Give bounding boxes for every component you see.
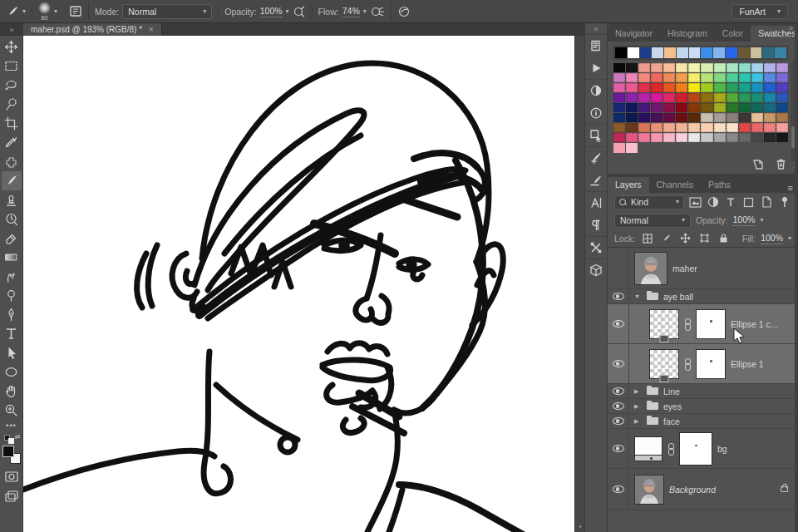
color-swatch[interactable] (663, 103, 675, 112)
layer-row-background[interactable]: Background (608, 469, 798, 510)
chevron-expanded-icon[interactable]: ▼ (634, 293, 642, 299)
brush-tool[interactable] (2, 171, 22, 190)
layer-opacity-value[interactable]: 100% (733, 214, 756, 226)
color-swatch[interactable] (751, 103, 763, 112)
toggle-brush-panel-button[interactable] (63, 0, 88, 22)
color-swatch[interactable] (764, 103, 776, 112)
color-swatch[interactable] (776, 103, 788, 112)
chevron-collapsed-icon[interactable]: ▶ (634, 418, 642, 425)
visibility-toggle[interactable] (608, 248, 629, 288)
ellipse-shape-tool[interactable] (2, 362, 22, 382)
filter-adjustment-layers-icon[interactable] (706, 195, 720, 209)
color-swatch[interactable] (638, 103, 650, 112)
color-swatch[interactable] (701, 47, 712, 58)
filter-toggle-icon[interactable] (777, 195, 791, 209)
color-swatch[interactable] (613, 73, 625, 82)
rect-marquee-tool[interactable] (2, 57, 22, 76)
visibility-toggle[interactable] (608, 289, 629, 303)
color-swatch[interactable] (638, 133, 650, 142)
filter-smart-objects-icon[interactable] (760, 195, 774, 209)
panel-scroll-edge[interactable] (795, 23, 798, 532)
screen-mode-button[interactable] (2, 486, 22, 505)
blend-mode-select[interactable]: Normal▾ (122, 4, 212, 19)
layer-blend-mode-select[interactable]: Normal▾ (614, 214, 691, 228)
color-swatch[interactable] (739, 113, 751, 122)
color-swatch[interactable] (638, 123, 650, 132)
foreground-background-colors[interactable] (2, 446, 21, 464)
color-swatch[interactable] (739, 63, 751, 72)
filter-shape-layers-icon[interactable] (741, 195, 756, 209)
chevron-collapsed-icon[interactable]: ▶ (634, 403, 642, 410)
fill-value[interactable]: 100% (761, 233, 783, 244)
color-swatch[interactable] (764, 133, 776, 142)
color-swatch[interactable] (613, 103, 625, 112)
layer-row-ellipse-1-c-[interactable]: Ellipse 1 c... (608, 304, 798, 344)
color-swatch[interactable] (676, 103, 687, 112)
brush-preset-picker[interactable]: 80 ▾ (32, 0, 63, 22)
color-swatch[interactable] (739, 83, 751, 92)
panel-icon-brushes[interactable] (588, 173, 604, 188)
color-swatch[interactable] (727, 73, 738, 82)
color-swatch[interactable] (663, 113, 675, 122)
color-swatch[interactable] (638, 73, 650, 82)
color-swatch[interactable] (688, 103, 700, 112)
history-brush-tool[interactable] (2, 209, 22, 229)
color-swatch[interactable] (613, 93, 625, 102)
color-swatch[interactable] (663, 123, 675, 132)
color-swatch[interactable] (727, 133, 738, 142)
tab-histogram[interactable]: Histogram (660, 26, 715, 42)
tab-paths[interactable]: Paths (701, 177, 738, 193)
panel-icon-character[interactable] (588, 195, 604, 210)
color-swatch[interactable] (775, 47, 786, 58)
color-swatch[interactable] (663, 63, 675, 72)
color-swatch[interactable] (688, 133, 700, 142)
color-swatch[interactable] (676, 63, 687, 72)
color-swatch[interactable] (626, 133, 638, 142)
color-swatch[interactable] (689, 47, 701, 58)
color-swatch[interactable] (626, 63, 638, 72)
foreground-color-swatch[interactable] (2, 446, 14, 457)
eraser-tool[interactable] (2, 229, 22, 248)
collapse-panels-icon[interactable]: » (789, 24, 793, 32)
color-swatch[interactable] (701, 113, 712, 122)
color-swatch[interactable] (739, 133, 751, 142)
smudge-tool[interactable] (2, 267, 22, 286)
quick-mask-button[interactable] (2, 467, 22, 486)
filter-type-layers-icon[interactable] (724, 195, 738, 209)
color-swatch[interactable] (751, 93, 763, 102)
gradient-tool[interactable] (2, 248, 22, 267)
clone-stamp-tool[interactable] (2, 190, 22, 209)
close-icon[interactable]: × (149, 25, 154, 34)
color-swatch[interactable] (613, 113, 625, 122)
color-swatch[interactable] (776, 93, 788, 102)
color-swatch[interactable] (751, 113, 763, 122)
color-swatch[interactable] (739, 123, 751, 132)
layer-row-face[interactable]: ▶face (608, 414, 798, 429)
color-swatch[interactable] (764, 123, 776, 132)
color-swatch[interactable] (727, 123, 738, 132)
filter-pixel-layers-icon[interactable] (688, 195, 702, 209)
color-swatch[interactable] (628, 47, 639, 58)
airbrush-icon[interactable] (370, 5, 385, 18)
color-swatch[interactable] (663, 93, 675, 102)
layer-row-maher[interactable]: maher (608, 248, 798, 289)
color-swatch[interactable] (651, 103, 663, 112)
color-swatch[interactable] (664, 47, 676, 58)
color-swatch[interactable] (714, 123, 726, 132)
chevron-down-icon[interactable]: ▾ (760, 217, 763, 224)
color-swatch[interactable] (726, 47, 737, 58)
color-swatch[interactable] (764, 83, 776, 92)
layer-row-line[interactable]: ▶Line (608, 384, 798, 399)
layer-row-ellipse-1[interactable]: Ellipse 1 (608, 344, 798, 384)
color-swatch[interactable] (651, 123, 663, 132)
color-swatch[interactable] (764, 93, 776, 102)
layer-row-bg[interactable]: bg (608, 429, 798, 469)
color-swatch[interactable] (626, 103, 638, 112)
lock-transparency-icon[interactable] (640, 232, 654, 245)
tab-channels[interactable]: Channels (649, 177, 701, 193)
dodge-tool[interactable] (2, 286, 22, 305)
color-swatch[interactable] (701, 93, 712, 102)
color-swatch[interactable] (676, 123, 687, 132)
filter-kind-select[interactable]: Kind ▾ (614, 195, 684, 209)
tab-color[interactable]: Color (715, 26, 751, 42)
